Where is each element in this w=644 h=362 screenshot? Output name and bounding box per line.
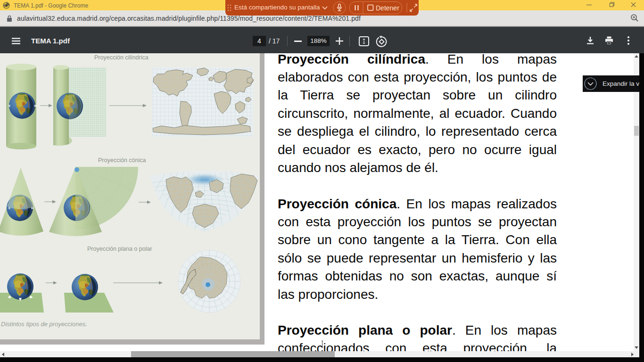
svg-text:Distintos tipos de proyeccione: Distintos tipos de proyecciones. — [1, 321, 87, 328]
svg-text:Proyección plana o polar: Proyección plana o polar — [87, 246, 152, 252]
svg-text:Proyección cónica: Proyección cónica — [98, 157, 146, 164]
svg-text:Proyección cilíndrica: Proyección cilíndrica — [94, 54, 149, 61]
